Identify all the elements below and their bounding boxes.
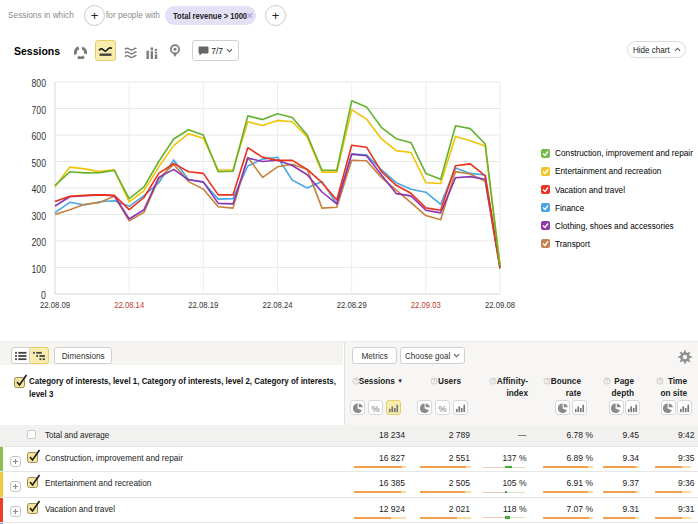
svg-text:600: 600 — [32, 131, 47, 142]
svg-text:200: 200 — [32, 237, 47, 248]
svg-text:22.08.19: 22.08.19 — [188, 300, 218, 310]
svg-text:700: 700 — [32, 105, 47, 116]
svg-text:22.08.24: 22.08.24 — [263, 300, 293, 310]
svg-text:22.08.09: 22.08.09 — [40, 300, 70, 310]
svg-text:22.09.03: 22.09.03 — [411, 300, 441, 310]
svg-text:?: ? — [658, 378, 661, 384]
svg-text:400: 400 — [32, 184, 47, 195]
svg-text:%: % — [438, 403, 446, 412]
svg-text:22.08.14: 22.08.14 — [114, 300, 144, 310]
svg-text:300: 300 — [32, 211, 47, 222]
svg-text:800: 800 — [32, 78, 47, 89]
svg-text:22.08.29: 22.08.29 — [337, 300, 367, 310]
svg-text:%: % — [371, 403, 379, 412]
svg-text:500: 500 — [32, 158, 47, 169]
svg-text:22.09.08: 22.09.08 — [485, 300, 515, 310]
svg-text:100: 100 — [32, 264, 47, 275]
